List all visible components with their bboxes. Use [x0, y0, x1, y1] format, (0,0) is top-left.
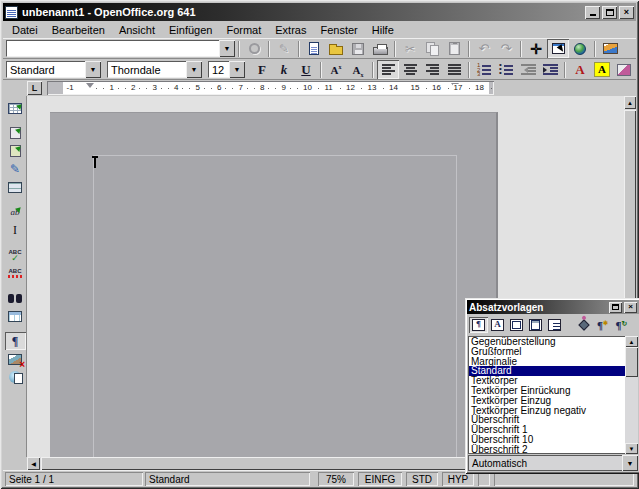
form-functions-button[interactable]	[5, 178, 26, 196]
menu-item-hilfe[interactable]: Hilfe	[365, 23, 401, 37]
font-color-button[interactable]: A	[569, 60, 591, 79]
stylist-window[interactable]: Absatzvorlagen × ¶ A ¶ ¶ Gegenüberstellu…	[465, 298, 639, 474]
numbering-button[interactable]	[473, 60, 495, 79]
increase-indent-button[interactable]	[539, 60, 561, 79]
autotext-button[interactable]: ab	[5, 203, 26, 221]
insert-object-button[interactable]	[5, 142, 26, 160]
data-sources-button[interactable]	[5, 307, 26, 325]
page-styles-button[interactable]	[526, 317, 545, 333]
undo-icon: ↶	[479, 41, 490, 56]
stylist-scroll-up-button[interactable]: ▲	[625, 336, 638, 347]
background-color-button[interactable]	[613, 60, 635, 79]
font-size-dropdown-button[interactable]: ▼	[229, 61, 245, 78]
bold-button[interactable]: F	[251, 60, 273, 79]
tab-type-selector[interactable]: L	[27, 81, 42, 95]
stylist-scrollbar[interactable]: ▲ ▼	[625, 336, 638, 454]
menu-item-einfügen[interactable]: Einfügen	[162, 23, 219, 37]
close-button[interactable]: ×	[619, 6, 634, 19]
stylist-list[interactable]: GegenüberstellungGrußformelMarginalieSta…	[468, 336, 625, 454]
paste-button	[443, 39, 465, 58]
superscript-button[interactable]: A	[325, 60, 347, 79]
ruler-number: 16	[431, 84, 442, 92]
background-color-icon	[617, 64, 631, 76]
left-indent-marker[interactable]	[86, 83, 94, 93]
direct-cursor-button[interactable]: I	[5, 221, 26, 239]
bullets-button[interactable]	[495, 60, 517, 79]
paragraph-styles-button[interactable]: ¶	[469, 317, 488, 333]
menu-item-bearbeiten[interactable]: Bearbeiten	[45, 23, 112, 37]
paste-icon	[449, 42, 460, 55]
ruler-strip[interactable]: -1123456789101112131415161718	[47, 81, 494, 95]
stylist-filter-combobox[interactable]: Automatisch ▼	[468, 455, 638, 471]
menu-item-fenster[interactable]: Fenster	[313, 23, 364, 37]
print-button[interactable]	[369, 39, 391, 58]
gallery-button[interactable]	[599, 39, 621, 58]
hyperlink-globe-icon	[574, 43, 586, 55]
insert-button[interactable]	[5, 99, 26, 117]
paragraph-style-combobox[interactable]: Standard ▼	[6, 61, 101, 78]
graphics-onoff-button[interactable]	[5, 350, 26, 368]
stylist-close-button[interactable]: ×	[624, 302, 637, 313]
status-selection-mode[interactable]: STD	[406, 472, 438, 486]
url-combobox[interactable]: ▼	[6, 40, 235, 57]
paragraph-style-dropdown-button[interactable]: ▼	[85, 61, 101, 78]
auto-spellcheck-button[interactable]	[5, 264, 26, 282]
document-page[interactable]	[50, 112, 498, 457]
menu-item-format[interactable]: Format	[219, 23, 268, 37]
maximize-button[interactable]	[602, 6, 617, 19]
status-hyperlink-mode[interactable]: HYP	[442, 472, 474, 486]
status-page-style[interactable]: Standard	[145, 472, 310, 486]
maximize-icon	[606, 9, 614, 16]
frame-styles-button[interactable]	[507, 317, 526, 333]
stylist-icon	[552, 43, 565, 54]
font-name-combobox[interactable]: Thorndale ▼	[107, 61, 202, 78]
stylist-title-bar[interactable]: Absatzvorlagen ×	[467, 300, 639, 314]
stylist-dock-button[interactable]	[609, 302, 622, 313]
hyperlink-button[interactable]	[569, 39, 591, 58]
numbering-styles-button[interactable]	[545, 317, 564, 333]
url-input[interactable]	[10, 43, 216, 55]
url-dropdown-button[interactable]: ▼	[219, 40, 235, 57]
style-list-item[interactable]: Überschrift 2	[469, 445, 625, 454]
character-styles-button[interactable]: A	[488, 317, 507, 333]
highlighting-button[interactable]: A	[591, 60, 613, 79]
menu-item-datei[interactable]: Datei	[5, 23, 45, 37]
scroll-up-button[interactable]: ▲	[624, 96, 636, 109]
vertical-scroll-thumb[interactable]	[624, 110, 636, 310]
fill-format-button[interactable]	[574, 317, 593, 333]
online-layout-button[interactable]	[5, 368, 26, 386]
align-left-button[interactable]	[377, 60, 399, 79]
new-document-button[interactable]	[303, 39, 325, 58]
spellcheck-button[interactable]	[5, 246, 26, 264]
subscript-button[interactable]: A	[347, 60, 369, 79]
title-bar[interactable]: unbenannt1 - OpenOffice.org 641 ×	[3, 3, 636, 21]
status-zoom[interactable]: 75%	[318, 472, 354, 486]
stylist-scroll-thumb[interactable]	[625, 347, 638, 377]
stylist-filter-dropdown-button[interactable]: ▼	[622, 455, 638, 471]
stylist-scroll-down-button[interactable]: ▼	[625, 443, 638, 454]
menu-item-extras[interactable]: Extras	[268, 23, 313, 37]
menubar: DateiBearbeitenAnsichtEinfügenFormatExtr…	[3, 21, 636, 38]
navigator-button[interactable]: ✛	[525, 39, 547, 58]
align-center-button[interactable]	[399, 60, 421, 79]
font-size-combobox[interactable]: 12 ▼	[208, 61, 245, 78]
insert-fields-icon	[10, 127, 21, 139]
status-insert-mode[interactable]: EINFG	[358, 472, 402, 486]
find-button[interactable]	[5, 289, 26, 307]
draw-functions-button[interactable]: ✎	[5, 160, 26, 178]
nonprinting-characters-button[interactable]: ¶	[5, 332, 26, 350]
insert-fields-button[interactable]	[5, 124, 26, 142]
scroll-left-button[interactable]: ◀	[27, 457, 40, 470]
font-name-dropdown-button[interactable]: ▼	[186, 61, 202, 78]
new-style-from-selection-button[interactable]: ¶	[593, 317, 612, 333]
stylist-button[interactable]	[547, 39, 569, 58]
menu-item-ansicht[interactable]: Ansicht	[112, 23, 162, 37]
update-style-button[interactable]: ¶	[612, 317, 631, 333]
underline-button[interactable]: U	[295, 60, 317, 79]
minimize-button[interactable]	[585, 6, 600, 19]
open-button[interactable]	[325, 39, 347, 58]
align-right-button[interactable]	[421, 60, 443, 79]
align-justify-button[interactable]	[443, 60, 465, 79]
italic-button[interactable]: k	[273, 60, 295, 79]
ruler-number: 7	[238, 84, 244, 92]
